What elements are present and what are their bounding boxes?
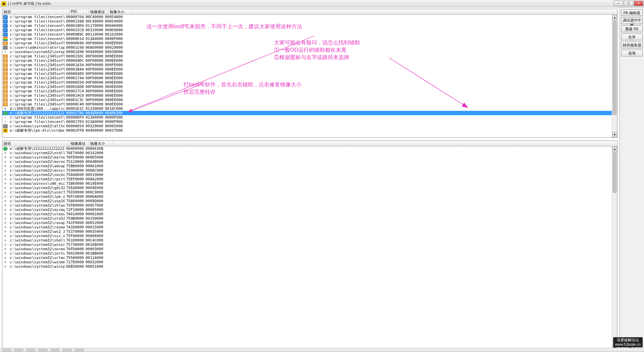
module-scrollbar[interactable]: ▲ ▼ [612, 146, 617, 350]
module-row[interactable]: ⚙c:\windows\system32\kernelbase.dll75120… [2, 160, 612, 164]
module-row[interactable]: ⚙c:\windows\system32\wininet.dll75730000… [2, 243, 612, 247]
cell-pid: 00000C40 [65, 102, 84, 106]
maximize-button[interactable]: ☐ [624, 1, 633, 6]
process-row[interactable]: ▫c:\program files\tencent\qq\bin\qq...00… [2, 115, 612, 120]
process-scrollbar[interactable]: ▲ ▼ [612, 15, 617, 137]
module-row[interactable]: ⚙c:\windows\system32\ntdll.dll76E7000000… [2, 151, 612, 155]
process-row[interactable]: c:\windows\system32\dllhost.exe000006540… [2, 124, 612, 128]
col-base[interactable]: 镜像基址 [89, 9, 108, 14]
rebuild-pe-button[interactable]: 重建 PE [621, 26, 643, 32]
module-row[interactable]: ⚙c:\windows\system32\gdi32.dll75EA000000… [2, 186, 612, 190]
module-row[interactable]: ⚙c:\windows\system32\rpcrt4.dll75EF00000… [2, 177, 612, 181]
cell-size: 000EE000 [104, 58, 127, 63]
module-row[interactable]: ⚙c:\windows\system32\winspool.drv6DED000… [2, 264, 612, 269]
scroll-thumb[interactable] [613, 21, 616, 115]
scroll-up-icon[interactable]: ▲ [612, 146, 617, 152]
module-row[interactable]: ⚙c:\windows\system32\nsi.dll75FA00000000… [2, 234, 612, 238]
col-size[interactable]: 镜像大小 [108, 9, 132, 14]
module-row[interactable]: ⚙c:\windows\system32\normaliz.dll76FD000… [2, 247, 612, 251]
process-row[interactable]: ◆e:\破解专用\lpe-dlx\lordpe_hh.exe00001FF800… [2, 128, 612, 133]
process-row[interactable]: c:\users\administrator\appdata\roa...000… [2, 45, 612, 50]
module-row[interactable]: ⚙c:\windows\system32\kernel32.dll76FE000… [2, 155, 612, 160]
module-row[interactable]: ⚙c:\windows\system32\oleaut32.dll7601000… [2, 212, 612, 216]
scroll-down-icon[interactable]: ▼ [612, 132, 617, 137]
process-row[interactable]: c:\program files\2345soft\haozip\h...000… [2, 98, 612, 102]
dump-server-button[interactable]: 转存服务器 [621, 42, 643, 48]
module-row[interactable]: e:\破解专用\2222222222222222222222\...004000… [2, 146, 612, 151]
process-row[interactable]: c:\program files\2345soft\haozip\h...000… [2, 67, 612, 72]
module-row[interactable]: ⚙c:\windows\system32\shlwapi.dll75FB0000… [2, 203, 612, 208]
cell-base: 75FB0000 [65, 203, 84, 208]
cell-pid: 00001FF8 [65, 128, 84, 133]
minimize-button[interactable]: — [614, 1, 623, 6]
cell-path: c:\program files\tencent\qq\bin\qq... [8, 115, 65, 120]
module-row[interactable]: ⚙c:\windows\winsxs\x86_microsoft.wi...73… [2, 181, 612, 186]
process-row[interactable]: ✔c:\program files\tencent\qqpcmgr\1...00… [2, 32, 612, 37]
process-row[interactable]: c:\program files\2345soft\haozip\h...000… [2, 80, 612, 85]
taskbar-item[interactable] [14, 349, 23, 352]
module-row[interactable]: ⚙c:\windows\system32\ws2_32.dll753700000… [2, 229, 612, 234]
process-row[interactable]: ✔c:\program files\tencent\qqpcmgr\1...00… [2, 28, 612, 32]
process-row[interactable]: c:\program files\2345soft\haozip\h...000… [2, 93, 612, 98]
module-row[interactable]: ⚙c:\windows\system32\sechost.dll75840000… [2, 173, 612, 177]
module-row[interactable]: ⚙c:\windows\system32\urlmon.dll755800000… [2, 256, 612, 260]
module-row[interactable]: ⚙c:\windows\system32\winmm.dll727E000000… [2, 260, 612, 264]
module-row[interactable]: ⚙c:\windows\system32\msimg32.dll72F10000… [2, 208, 612, 212]
col-path[interactable]: 路径 [2, 141, 69, 146]
cell-size: 000A1000 [84, 164, 108, 168]
process-list-body[interactable]: ✔c:\program files\tencent\qqpcmgr\1...00… [2, 15, 612, 137]
process-row[interactable]: ▫c:\windows\system32\notepad.exe00001A90… [2, 50, 612, 54]
taskbar-item[interactable] [74, 349, 84, 352]
module-row[interactable]: ⚙c:\windows\system32\user32.dll75D300000… [2, 190, 612, 194]
process-row[interactable]: ✔c:\program files\tencent\qqpcmgr\1...00… [2, 24, 612, 28]
process-row[interactable]: e:\破解专用\2222222222222222222222\...000017… [2, 111, 612, 115]
process-row[interactable]: ▫c:\program files\tencent\qq\bin\qq...00… [2, 120, 612, 124]
merge-button[interactable]: 合并 [621, 34, 643, 40]
process-row[interactable]: c:\program files\2345soft\haozip\h...000… [2, 76, 612, 80]
module-row[interactable]: ⚙c:\windows\system32\rasman.dll741D00000… [2, 225, 612, 229]
module-row[interactable]: ⚙c:\windows\system32\rasapi32.dll741F000… [2, 221, 612, 225]
module-row[interactable]: ⚙c:\windows\system32\advapi32.dll75BB000… [2, 164, 612, 168]
process-row[interactable]: ed:\360浏览器\360...\application\36...00001… [2, 106, 612, 111]
module-row[interactable]: ⚙c:\windows\system32\ole32.dll759B000000… [2, 216, 612, 221]
col-pid[interactable]: PID [69, 9, 89, 14]
process-row[interactable]: ✔c:\program files\tencent\qqpcmgr\1...00… [2, 15, 612, 19]
module-row[interactable]: ⚙c:\windows\system32\msvcrt.dll759000000… [2, 168, 612, 173]
taskbar-item[interactable] [62, 349, 72, 352]
taskbar-item[interactable] [50, 349, 60, 352]
process-row[interactable]: c:\program files\tencent\qq\bin\qq...000… [2, 37, 612, 41]
process-row[interactable]: c:\program files\2345soft\haozip\h...000… [2, 85, 612, 89]
module-list-body[interactable]: e:\破解专用\2222222222222222222222\...004000… [2, 146, 612, 350]
taskbar[interactable] [0, 348, 644, 352]
taskbar-item[interactable] [38, 349, 48, 352]
module-row[interactable]: ⚙c:\windows\system32\usp10.dll7586000000… [2, 199, 612, 203]
process-row[interactable]: c:\program files\2345soft\haozip\h...000… [2, 63, 612, 67]
close-button[interactable]: ✕ [634, 1, 643, 6]
taskbar-item[interactable] [26, 349, 36, 352]
process-row[interactable]: c:\program files\2345soft\haozip\h...000… [2, 58, 612, 63]
taskbar-item[interactable] [2, 349, 11, 352]
watermark-line1: 吾爱破解论坛 [615, 338, 641, 342]
process-row[interactable]: c:\program files\2345soft\haozip\h...000… [2, 102, 612, 106]
col-base[interactable]: 镜像基址 [69, 141, 89, 146]
debugger-break-button[interactable]: 调试器中中断 [621, 17, 643, 24]
cell-base: 00F00000 [84, 72, 104, 76]
process-row[interactable]: ✔c:\program files\tencent\qqpcmgr\1...00… [2, 19, 612, 24]
module-row[interactable]: ⚙c:\windows\system32\iertutil.dll7601000… [2, 251, 612, 256]
module-row[interactable]: ⚙c:\windows\system32\lpk.dll76FC00000000… [2, 194, 612, 199]
process-row[interactable]: c:\program files\2345soft\haozip\h...000… [2, 41, 612, 45]
cell-pid: 00001398 [65, 19, 84, 24]
scroll-up-icon[interactable]: ▲ [612, 15, 617, 20]
cell-path: c:\program files\2345soft\haozip\h... [8, 58, 65, 63]
process-row[interactable]: c:\program files\2345soft\haozip\h...000… [2, 54, 612, 58]
col-size[interactable]: 镜像大小 [89, 141, 112, 146]
col-path[interactable]: 路径 [2, 9, 69, 14]
scroll-thumb[interactable] [613, 152, 616, 193]
process-row[interactable]: c:\program files\2345soft\haozip\h...000… [2, 89, 612, 93]
options-button[interactable]: 选项 [621, 50, 643, 56]
process-row[interactable]: c:\program files\2345soft\haozip\h...000… [2, 72, 612, 76]
cell-base: 00F00000 [84, 89, 104, 93]
module-row[interactable]: ⚙c:\windows\system32\shell32.dll761D0000… [2, 238, 612, 243]
pe-editor-button[interactable]: PE 编辑器 [621, 9, 643, 16]
cell-path: c:\windows\system32\shell32.dll [8, 238, 65, 243]
